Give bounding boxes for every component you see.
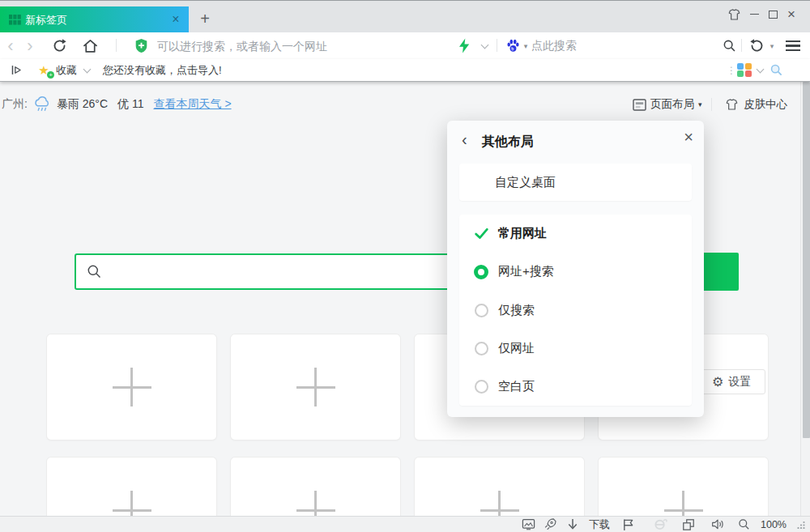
toolbar-separator3 — [741, 39, 742, 52]
page-layout-label: 页面布局 — [650, 97, 694, 112]
new-tab-page: 广州: 暴雨 26°C 优 11 查看本周天气 > 页面布局 ▾ 皮肤中心 — [0, 82, 810, 516]
maximize-button[interactable] — [764, 1, 782, 28]
zoom-level-button[interactable]: 100% — [761, 517, 787, 532]
ie-icon — [653, 518, 667, 530]
site-safety-button[interactable] — [131, 32, 151, 59]
mute-button[interactable] — [711, 517, 725, 532]
window-close-icon: × — [787, 6, 795, 23]
image-icon — [522, 518, 535, 530]
safety-shield-icon — [134, 38, 148, 53]
layout-option-search-only[interactable]: 仅搜索 — [459, 291, 692, 329]
new-tab-button[interactable]: + — [193, 6, 217, 33]
layout-option-sites-only[interactable]: 仅网址 — [459, 330, 692, 368]
bookmarks-overflow-dots[interactable]: ⋮ — [727, 59, 735, 81]
chevron-down-icon3 — [83, 65, 91, 73]
favorites-label-button[interactable]: 收藏 — [53, 59, 79, 81]
boost-button[interactable] — [455, 32, 473, 59]
status-magnifier-icon — [738, 518, 750, 530]
layout-caret-icon: ▾ — [698, 100, 702, 109]
radio-unselected-icon — [475, 380, 488, 394]
check-icon — [473, 226, 489, 241]
weather-city: 广州: — [2, 97, 28, 112]
minimize-button[interactable] — [745, 1, 763, 28]
chevron-down-icon4 — [756, 65, 764, 73]
boost-rocket-button[interactable] — [544, 517, 557, 532]
apps-grid-icon — [737, 63, 752, 78]
layout-option-common-sites[interactable]: 常用网址 — [459, 215, 692, 253]
tab-new-tab[interactable]: 新标签页 × — [0, 6, 189, 33]
tab-close-icon[interactable]: × — [166, 6, 185, 33]
apps-grid-dropdown[interactable] — [753, 59, 766, 81]
scrollbar-thumb[interactable] — [803, 82, 810, 438]
undo-icon — [749, 38, 765, 53]
forward-button[interactable]: › — [21, 32, 39, 59]
favorites-label: 收藏 — [56, 63, 77, 78]
url-input[interactable] — [157, 40, 449, 53]
popup-back-button[interactable]: ‹ — [462, 130, 467, 149]
add-site-tile[interactable] — [47, 458, 216, 516]
plus-icon — [296, 368, 335, 406]
window-close-button[interactable]: × — [782, 1, 800, 28]
download-label: 下载 — [589, 517, 610, 532]
layout-settings-button[interactable]: ⚙ 设置 — [700, 369, 765, 394]
report-flag-button[interactable] — [622, 517, 634, 532]
toolbar-separator2 — [497, 39, 497, 52]
plus-icon — [113, 368, 151, 406]
radio-selected-icon — [474, 265, 488, 279]
weather-week-link[interactable]: 查看本周天气 > — [154, 97, 232, 112]
refresh-button[interactable] — [49, 32, 70, 59]
popup-close-icon[interactable]: × — [684, 128, 693, 147]
bookmarks-bar: ★ + 收藏 您还没有收藏，点击导入! ⋮ — [0, 59, 810, 82]
add-site-tile[interactable] — [415, 458, 584, 516]
plus-icon — [113, 491, 151, 516]
quick-search-label: 点此搜索 — [531, 39, 577, 53]
search-engine-caret[interactable]: ▾ — [521, 32, 531, 59]
page-layout-button[interactable]: 页面布局 ▾ — [633, 95, 702, 114]
search-engine-button[interactable] — [504, 32, 522, 59]
rain-cloud-icon — [32, 96, 52, 113]
ie-compat-button[interactable] — [653, 517, 667, 532]
address-bar[interactable] — [157, 32, 457, 59]
quick-search-button[interactable]: 点此搜索 — [531, 32, 588, 59]
maximize-icon — [769, 11, 778, 19]
skin-center-button[interactable]: 皮肤中心 — [725, 95, 787, 114]
apps-grid-button[interactable] — [735, 59, 753, 81]
reopen-caret[interactable]: ▾ — [767, 32, 777, 59]
newtab-grid-icon — [9, 15, 21, 25]
boost-dropdown[interactable] — [476, 32, 492, 59]
screenshot-button[interactable] — [522, 517, 535, 532]
skin-button-titlebar[interactable] — [725, 1, 743, 28]
bookmarks-search-button[interactable] — [766, 59, 786, 81]
status-bar: 下载 100% — [0, 516, 810, 532]
download-arrow-button[interactable] — [567, 517, 578, 532]
bookmarks-empty-hint[interactable]: 您还没有收藏，点击导入! — [103, 59, 222, 81]
search-box-magnifier-icon — [87, 264, 102, 279]
home-button[interactable] — [79, 32, 100, 59]
favorites-dropdown[interactable] — [79, 59, 94, 81]
menu-icon — [786, 40, 800, 52]
sidebar-toggle-button[interactable] — [6, 59, 26, 81]
download-manager-button[interactable]: 下载 — [589, 517, 610, 532]
mini-window-button[interactable] — [682, 517, 695, 532]
add-site-tile[interactable] — [231, 458, 400, 516]
add-site-tile[interactable] — [231, 334, 400, 440]
resize-grip[interactable] — [797, 517, 805, 532]
add-site-tile[interactable] — [47, 334, 216, 440]
page-scrollbar[interactable] — [800, 82, 810, 516]
zoom-button[interactable] — [738, 517, 750, 532]
weather-condition: 暴雨 26°C — [57, 97, 108, 112]
baidu-icon — [505, 38, 521, 53]
search-in-page-button[interactable] — [719, 32, 739, 59]
radio-unselected-icon — [475, 304, 488, 317]
settings-label: 设置 — [728, 375, 751, 389]
main-menu-button[interactable] — [782, 32, 804, 59]
sidebar-expand-icon — [11, 64, 23, 76]
add-site-tile[interactable] — [599, 458, 768, 516]
back-button[interactable]: ‹ — [2, 32, 19, 59]
layout-icon — [633, 99, 646, 111]
layout-option-sites-search[interactable]: 网址+搜索 — [459, 253, 692, 291]
reopen-closed-button[interactable] — [747, 32, 766, 59]
layout-option-blank-page[interactable]: 空白页 — [459, 368, 692, 406]
download-arrow-icon — [567, 518, 578, 530]
custom-desktop-item[interactable]: 自定义桌面 — [459, 164, 692, 201]
